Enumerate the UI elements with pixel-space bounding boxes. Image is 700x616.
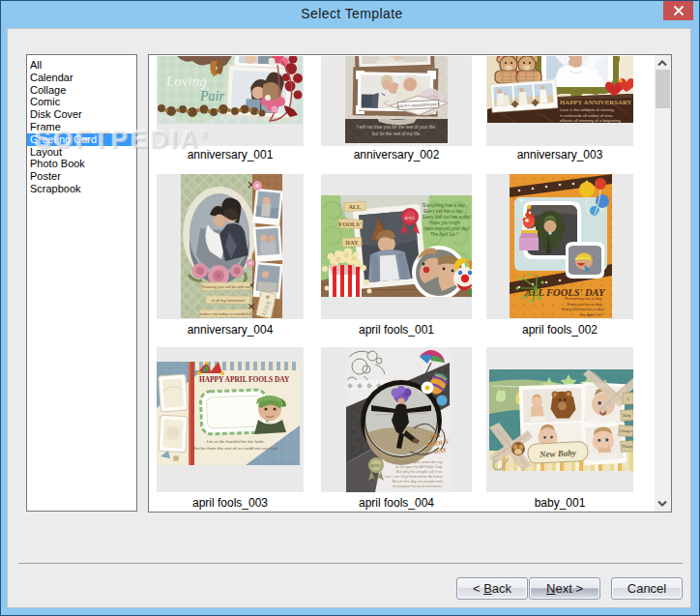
svg-text:Hope you might: Hope you might bbox=[429, 220, 461, 225]
svg-text:it confounds all notion of tim: it confounds all notion of time, bbox=[560, 113, 613, 118]
svg-text:Loving: Loving bbox=[165, 73, 207, 89]
svg-text:The April 1st !": The April 1st !" bbox=[430, 232, 459, 237]
svg-text:APRIL: APRIL bbox=[404, 216, 416, 220]
svg-text:"Everything has a day...: "Everything has a day... bbox=[422, 203, 468, 208]
svg-text:"Everything has a day...: "Everything has a day... bbox=[564, 296, 604, 301]
svg-text:ALL: ALL bbox=[348, 203, 361, 210]
svg-text:The first of April, some do sa: The first of April, some do say, bbox=[394, 460, 443, 464]
svg-text:Every pet has a day...: Every pet has a day... bbox=[423, 209, 466, 214]
svg-text:But for them the rest of us co: But for them the rest of us could not su… bbox=[193, 446, 278, 451]
svg-text:HAPPY APRIL FOOLS DAY: HAPPY APRIL FOOLS DAY bbox=[199, 375, 290, 384]
svg-text:is set apart for All Fools' Da: is set apart for All Fools' Day. bbox=[395, 465, 443, 469]
svg-text:makes my today so wonderful: makes my today so wonderful bbox=[200, 311, 251, 316]
svg-text:Knowing you will be with me: Knowing you will be with me bbox=[202, 284, 251, 289]
svg-text:on purpose for pure merriment.: on purpose for pure merriment. bbox=[393, 484, 443, 488]
svg-text:Let us be thankful for the foo: Let us be thankful for the fools. bbox=[207, 439, 265, 444]
svg-text:APRIL: APRIL bbox=[371, 464, 381, 468]
svg-text:Baby: Baby bbox=[623, 413, 630, 418]
svg-text:effaces all memory of a beginn: effaces all memory of a beginning, bbox=[560, 118, 622, 123]
svg-text:But on this day are people sen: But on this day are people sent bbox=[393, 480, 444, 484]
svg-text:Things: Things bbox=[622, 444, 633, 449]
svg-text:in all my tomorrows: in all my tomorrows bbox=[212, 298, 245, 303]
svg-text:HAPPY ANNIVERSARY: HAPPY ANNIVERSARY bbox=[560, 99, 632, 105]
svg-text:But why the people call it so,: But why the people call it so, bbox=[396, 470, 443, 474]
svg-text:Every fool too has a day!: Every fool too has a day! bbox=[423, 215, 472, 220]
svg-text:have enjoyed your day!: have enjoyed your day! bbox=[423, 226, 470, 231]
svg-text:New Baby: New Baby bbox=[539, 448, 577, 459]
svg-text:The April 1st !": The April 1st !" bbox=[579, 312, 604, 317]
svg-text:Every fool too has a day!: Every fool too has a day! bbox=[562, 307, 604, 311]
svg-text:Pair: Pair bbox=[199, 89, 224, 103]
svg-text:nor I, nor they themselves do: nor I, nor they themselves do know. bbox=[385, 475, 443, 479]
svg-text:Every pet has a day...: Every pet has a day... bbox=[568, 302, 604, 307]
svg-text:Love is the emblem of eternity: Love is the emblem of eternity, bbox=[560, 107, 615, 112]
svg-text:A: A bbox=[627, 396, 629, 401]
svg-text:FOOLS': FOOLS' bbox=[338, 220, 362, 227]
svg-text:Changes: Changes bbox=[620, 428, 633, 433]
svg-text:DAY: DAY bbox=[345, 239, 359, 246]
